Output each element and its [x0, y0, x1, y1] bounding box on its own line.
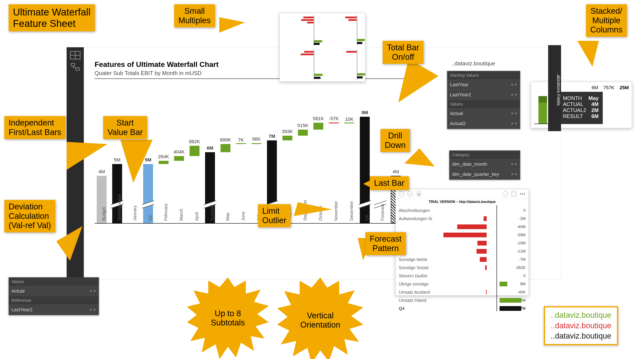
callout-limit-outlier-text: Limit Outlier	[262, 206, 286, 225]
category-label: June	[241, 212, 246, 221]
svg-rect-3	[307, 22, 314, 24]
callout-small-multiples: Small Multiples	[174, 4, 215, 27]
svg-rect-4	[314, 40, 322, 42]
chart-title: Features of Ultimate Waterfall Chart	[94, 60, 218, 68]
callout-start-value-text: Start Value Bar	[108, 118, 143, 137]
drill-row[interactable]: Sonstige betrie-7M	[399, 256, 526, 264]
drill-row[interactable]: Sonstige Sozial-362K	[399, 264, 526, 272]
stacked-tooltip: MONTHMay ACTUAL4M ACTUAL22M RESULT6M	[559, 92, 603, 124]
callout-total-bar-text: Total Bar On/off	[387, 43, 419, 62]
model-view-icon[interactable]	[70, 63, 80, 72]
category-label: February	[163, 204, 168, 221]
callout-independent: Independent First/Last Bars	[4, 116, 66, 139]
drill-row[interactable]: Umsatz Ausland-40K	[399, 288, 526, 296]
category-label: Subtotal	[210, 205, 215, 221]
bar-value-label: 393K	[274, 129, 300, 134]
pointer-small-multiples	[219, 17, 245, 33]
bar-value-label: 264K	[151, 154, 176, 160]
svg-rect-19	[357, 76, 363, 78]
svg-rect-2	[301, 19, 314, 21]
callout-forecast: Forecast Pattern	[366, 232, 406, 255]
field-row-dim-month[interactable]: dim_date_month▾ ✕	[450, 159, 520, 170]
drilldown-toolbar: ↑ ↓↓ ⇊ ↓ ⛶ •••	[396, 190, 528, 199]
svg-rect-10	[357, 42, 362, 44]
drill-row[interactable]: Aufwendungen fü-2M	[399, 214, 526, 223]
title-divider	[94, 78, 417, 79]
svg-rect-5	[314, 43, 320, 45]
drill-row[interactable]: Steuern (außer0	[399, 272, 526, 280]
drill-row[interactable]: -40M	[399, 223, 526, 231]
svg-rect-15	[314, 77, 320, 79]
values-title: Values	[447, 100, 520, 108]
drill-row[interactable]: n-10M	[399, 239, 526, 247]
more-icon[interactable]: •••	[520, 192, 526, 196]
drill-mode-icon[interactable]: ↓↓	[407, 191, 413, 197]
svg-rect-12	[304, 51, 314, 53]
export-icon[interactable]: ↓	[502, 191, 508, 197]
callout-lastbar-text: Last Bar	[374, 178, 404, 188]
callout-drill-down: Drill Down	[380, 129, 410, 152]
field-row-actual2[interactable]: Actual2▾ ✕	[447, 119, 520, 129]
right-collapsed-panes[interactable]: ..alizations Fields	[548, 45, 561, 131]
chevron-down-icon: ▾ ✕	[511, 111, 518, 116]
category-label: January	[132, 206, 137, 221]
category-label: December	[349, 201, 354, 221]
pointer-start-value	[120, 140, 152, 183]
svg-rect-17	[346, 51, 356, 53]
field-row-lastyear2[interactable]: LastYear2▾ ✕	[447, 90, 520, 100]
pointer-independent	[67, 142, 108, 170]
focus-icon[interactable]: ⛶	[511, 191, 517, 197]
callout-drill-down-text: Drill Down	[385, 131, 406, 150]
drill-row[interactable]: -11M	[399, 247, 526, 256]
bl-row-actual[interactable]: Actual▾ ✕	[9, 286, 99, 296]
callout-stacked-text: Stacked/ Multiple Columns	[590, 6, 622, 34]
starburst-vertical: Vertical Orientation	[277, 277, 363, 359]
table-view-icon[interactable]	[70, 51, 80, 59]
drill-all-icon[interactable]: ⇊	[416, 191, 422, 197]
svg-rect-13	[301, 54, 314, 55]
callout-total-bar: Total Bar On/off	[382, 41, 424, 64]
callout-start-value: Start Value Bar	[103, 116, 147, 139]
callout-title-text: Ultimate Waterfall Feature Sheet	[13, 6, 90, 29]
drill-row[interactable]: Q437M	[399, 304, 526, 312]
panel-starting-values[interactable]: Starting Values LastYear▾ ✕ LastYear2▾ ✕…	[447, 71, 520, 129]
svg-rect-1	[303, 16, 314, 18]
field-row-dim-quarter[interactable]: dim_date_quarter_key▾ ✕	[450, 170, 520, 180]
brand-line-2: ..dataviz.boutique	[551, 320, 611, 331]
bl-values-title: Values	[9, 278, 99, 286]
brand-line-1: ..dataviz.boutique	[551, 310, 611, 320]
drill-row[interactable]: Übrige sonstige8M	[399, 280, 526, 288]
drilldown-card[interactable]: ↑ ↓↓ ⇊ ↓ ⛶ ••• TRIAL VERSION – http://da…	[396, 189, 529, 296]
drill-up-icon[interactable]: ↑	[399, 191, 404, 197]
callout-limit-outlier: Limit Outlier	[258, 204, 290, 227]
bar-value-label: 10K	[336, 116, 362, 122]
svg-rect-8	[348, 19, 356, 21]
svg-rect-7	[345, 16, 356, 18]
bl-row-lastyear2[interactable]: LastYear2▾ ✕	[9, 305, 99, 315]
drill-row[interactable]: Umsatz Inland158M	[399, 296, 526, 304]
starburst-vertical-text: Vertical Orientation	[300, 311, 340, 330]
panel-values-reference[interactable]: Values Actual▾ ✕ Reference LastYear2▾ ✕	[8, 277, 99, 315]
bar-value-label: 9M	[352, 110, 378, 116]
category-label: May	[225, 212, 230, 221]
chevron-down-icon: ▾ ✕	[511, 92, 518, 97]
drilldown-body: Abschreibungen0Aufwendungen fü-2M-40M-59…	[396, 205, 528, 295]
field-row-lastyear[interactable]: LastYear▾ ✕	[447, 80, 520, 90]
small-multiples-svg	[280, 13, 366, 82]
small-multiples-thumbnail	[280, 13, 366, 82]
callout-forecast-text: Forecast Pattern	[370, 234, 402, 253]
field-row-actual[interactable]: Actual▾ ✕	[447, 108, 520, 119]
category-label: Q1	[148, 215, 153, 221]
bl-ref-title: Reference	[9, 296, 99, 305]
panel-category[interactable]: Category dim_date_month▾ ✕ dim_date_quar…	[449, 150, 520, 180]
category-label: Q4	[364, 215, 370, 221]
chevron-down-icon: ▾ ✕	[511, 162, 518, 166]
category-label: March	[179, 209, 184, 221]
drill-row[interactable]: -59M	[399, 231, 526, 239]
attribution-text: ..dataviz.boutique	[452, 60, 495, 67]
category-label: Starting Value	[117, 194, 122, 221]
callout-deviation-text: Deviation Calculation (Val-ref Val)	[8, 202, 51, 230]
category-title: Category	[450, 151, 520, 159]
starburst-subtotals-text: Up to 8 Subtotals	[211, 309, 245, 328]
drill-row[interactable]: Abschreibungen0	[399, 206, 526, 214]
